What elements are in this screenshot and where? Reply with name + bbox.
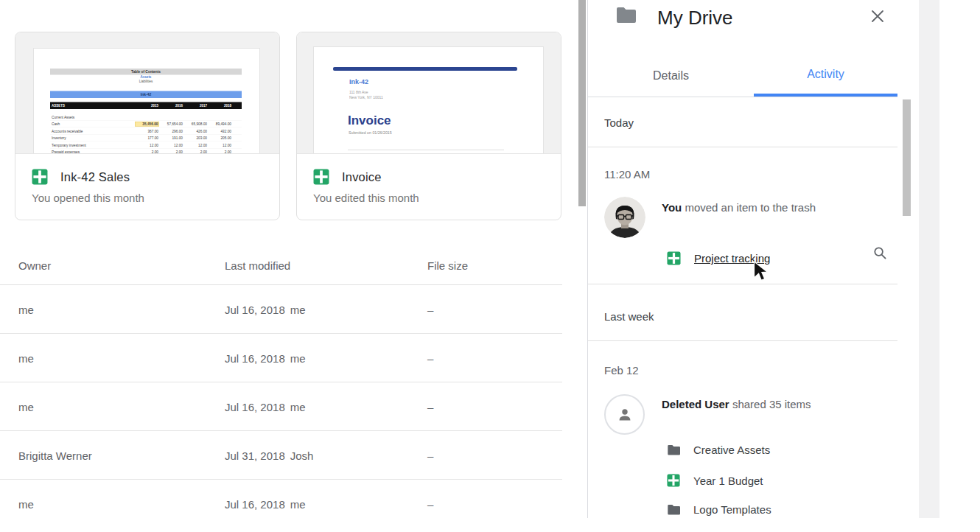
background-strip [919,0,939,518]
activity-time: 11:20 AM [604,168,650,181]
row-modified: Jul 16, 2018me [225,303,306,315]
activity-message: You moved an item to the trash [662,201,816,214]
close-icon[interactable] [871,10,884,23]
avatar-photo [604,197,645,238]
table-row[interactable]: me Jul 16, 2018me – [0,334,562,382]
row-modified: Jul 16, 2018me [225,498,306,511]
column-header-file-size[interactable]: File size [427,259,468,272]
sheet-row: Prepaid expenses 2.00 2.00 2.00 2.00 [50,149,242,155]
sheet-header-row: ASSETS 2015 2016 2017 2018 [50,102,242,110]
section-label-last-week: Last week [604,310,654,323]
section-label-today: Today [604,116,634,129]
mini-spreadsheet: Table of Contents Assets Liabilities Ink… [50,69,242,154]
sheets-icon [32,169,48,185]
main-scrollbar[interactable] [578,0,586,206]
row-owner: me [18,351,34,364]
panel-scrollbar[interactable] [903,99,911,216]
sheet-row: Inventory 177.00 191.00 203.00 205.00 [50,135,242,142]
file-card-title: Ink-42 Sales [60,170,130,184]
drive-window: Table of Contents Assets Liabilities Ink… [0,0,980,518]
deleted-user-avatar [604,394,645,435]
tab-details[interactable]: Details [588,55,754,97]
cursor-pointer-icon [753,261,769,286]
invoice-address: 111 8th Ave New York, NY 10011 [349,90,383,99]
row-size: – [427,351,433,364]
table-row[interactable]: me Jul 16, 2018me – [0,285,562,334]
file-card-status: You edited this month [313,192,545,204]
activity-item-logo-templates[interactable]: Logo Templates [667,503,771,516]
sheet-row: Accounts receivable 367.00 296.00 426.00… [50,127,242,135]
section-divider [588,340,897,341]
invoice-divider [348,150,504,150]
row-owner: me [18,400,34,413]
file-card-invoice[interactable]: Ink-42 111 8th Ave New York, NY 10011 In… [296,32,561,220]
activity-date: Feb 12 [604,364,639,377]
invoice-company: Ink-42 [349,78,368,85]
row-owner: me [18,303,34,315]
column-header-owner[interactable]: Owner [18,259,51,272]
sheets-icon [313,169,329,185]
row-size: – [427,449,433,461]
row-modified: Jul 16, 2018me [225,400,306,413]
invoice-top-rule [333,67,517,71]
sheets-icon [667,251,681,265]
file-table-header: Owner Last modified File size [0,246,562,285]
file-card-status: You opened this month [32,192,263,204]
item-name: Year 1 Budget [693,475,763,487]
folder-icon [615,7,636,26]
activity-item-year-1-budget[interactable]: Year 1 Budget [667,474,763,487]
sheet-title-bar: Ink-42 [50,91,242,99]
file-card-ink42-sales[interactable]: Table of Contents Assets Liabilities Ink… [15,32,280,220]
invoice-submitted: Submitted on 01/26/2015 [349,130,392,135]
file-thumbnail-spreadsheet: Table of Contents Assets Liabilities Ink… [15,32,279,154]
row-owner: me [18,498,34,511]
file-thumbnail-invoice: Ink-42 111 8th Ave New York, NY 10011 In… [297,32,561,154]
item-name: Logo Templates [693,503,771,516]
row-modified: Jul 31, 2018Josh [225,449,313,461]
folder-icon [667,504,680,515]
section-divider [588,284,897,284]
panel-tabs: Details Activity [588,55,897,97]
activity-item-creative-assets[interactable]: Creative Assets [667,444,770,456]
activity-message: Deleted User shared 35 items [662,398,811,410]
sheet-row: Cash 35,456.00 57,654.00 65,908.00 89,49… [50,121,242,128]
table-row[interactable]: Brigitta Werner Jul 31, 2018Josh – [0,431,562,480]
row-modified: Jul 16, 2018me [225,351,306,364]
row-size: – [427,498,433,511]
file-table: Owner Last modified File size me Jul 16,… [0,246,562,518]
section-divider [588,147,897,147]
sheet-row: Temporary investment 12.00 12.00 12.00 1… [50,141,242,149]
table-row[interactable]: me Jul 16, 2018me – [0,382,562,431]
folder-icon [667,444,680,455]
sheets-icon [667,474,680,487]
file-card-title: Invoice [342,170,382,184]
item-name: Creative Assets [693,444,770,456]
sheet-toc-title: Table of Contents [50,69,242,75]
invoice-title: Invoice [348,113,391,128]
details-panel: My Drive Details Activity Today 11:20 AM [588,0,919,518]
row-size: – [427,400,433,413]
panel-title: My Drive [657,7,733,29]
row-owner: Brigitta Werner [18,449,92,461]
sheet-row: Current Assets [50,113,242,121]
person-icon [616,406,634,424]
table-row[interactable]: me Jul 16, 2018me – [0,480,562,518]
row-size: – [427,303,433,315]
column-header-last-modified[interactable]: Last modified [225,259,290,272]
tab-activity[interactable]: Activity [754,55,897,97]
search-icon[interactable] [873,246,887,263]
main-content: Table of Contents Assets Liabilities Ink… [0,0,577,518]
